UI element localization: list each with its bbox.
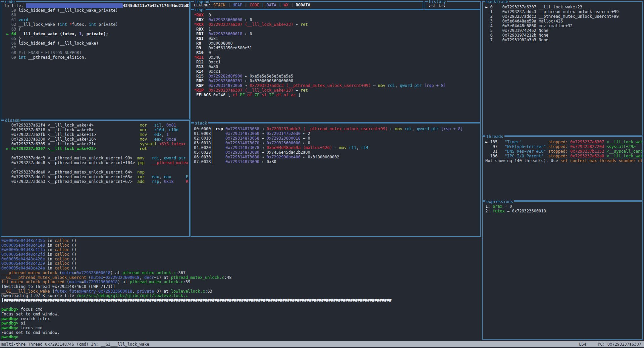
registers-panel-title: regs (194, 7, 206, 12)
code-line: ► 64 lll_futex_wake (futex, 1, private); (4, 32, 189, 36)
console-line: [#######################################… (1, 298, 481, 303)
console-line: 0x00005e04d48c435b in calloc () (1, 238, 481, 243)
disassembly-row: 0x7293237a6300 <__lll_lock_wake+16> mov … (4, 137, 189, 142)
status-bar: multi-thre Thread 0x7293148746 (cmd) In:… (0, 341, 644, 347)
stack-row: 04:0020│ 0x729314873078 → 0x5e04d48ae59a… (194, 145, 480, 150)
expressions-panel-title: expressions (485, 199, 514, 204)
console-line: pwndbg> (1, 335, 481, 339)
threads-panel-title: threads (485, 134, 504, 139)
code-lines: In file: 4845db211e7b42c7176f9be21b8301e… (1, 2, 189, 119)
register-row: R13 0x80 (194, 64, 480, 69)
disassembly-rows: 0x7293237a62f4 <__lll_lock_wake+4> xor s… (1, 121, 189, 236)
disassembly-row: 0x7293237a62fb <__lll_lock_wake+11> mov … (4, 132, 189, 137)
register-rows: *RAX 0 RBX 0x729323600000 ← 0*RCX 0x7293… (191, 10, 480, 122)
console-line: Focus set to cmd window. (1, 312, 481, 316)
status-thread-info: multi-thre Thread 0x7293148746 (cmd) In:… (1, 342, 149, 347)
register-row: R15 0x729282d8f900 ← 0xe5e5e5e5e5e5e5e5 (194, 74, 480, 79)
stack-panel-title: stack (194, 121, 208, 126)
console-line: __GI___pthread_mutex_unlock_usercnt (mut… (1, 275, 481, 280)
stack-row: 06:0030│ 0x729314873088 → 0x7292990be400… (194, 155, 480, 159)
thread-row: 31 "DNS Res~ver #16" stopped: 0x7293237b… (485, 149, 642, 154)
code-panel-title: code (4, 0, 16, 4)
code-line: 62 __lll_lock_wake (int *futex, int priv… (4, 22, 189, 27)
status-line-indicator: L64 (579, 342, 586, 347)
backtrace-rows: ► 0 0x7293237a6307 __lll_lock_wake+23 1 … (483, 2, 642, 135)
threads-panel: threads ► 135 "Timer" stopped: 0x7293237… (482, 136, 643, 201)
console-line: 0x00005e04d48c41e8 in calloc () (1, 243, 481, 248)
console-line: Focus set to cmd window. (1, 330, 481, 335)
console-line: 0x00005e04d48c424a in calloc () (1, 266, 481, 270)
expressions-panel: expressions 1: $rax = 02: futex = 0x7293… (482, 201, 643, 340)
register-row: RSI 0x81 (194, 36, 480, 41)
console-line: pwndbg> focus cmd (1, 326, 481, 330)
backtrace-frame-row: 1 0x7293237addc3 __pthread_mutex_unlock_… (485, 9, 642, 14)
register-row: R14 0xcc1 (194, 69, 480, 74)
disassembly-row: 0x7293237a62f8 <__lll_lock_wake+8> xor r… (4, 128, 189, 132)
stack-panel: stack 00:0000│ rsp 0x729314873058 → 0x72… (191, 123, 481, 237)
register-row: R8 0x80008000 (194, 41, 480, 46)
register-row: RBX 0x729323600000 ← 0 (194, 17, 480, 22)
console-line: Downloading 1.97 K source file /usr/src/… (1, 293, 481, 298)
stack-rows: 00:0000│ rsp 0x729314873058 → 0x7293237a… (191, 123, 480, 236)
code-line: 59 libc_hidden_def (__lll_lock_wake_priv… (4, 8, 189, 13)
backtrace-frame-row: 6 0x72931974212b None (485, 33, 642, 38)
disassembly-row: 0x7293237addc3 <__pthread_mutex_unlock_u… (4, 156, 189, 160)
register-row: R9 0x2d561850ed580e51 (194, 46, 480, 50)
register-row: RDX 1 (194, 27, 480, 32)
backtrace-frame-row: 4 0x5e04d48c6860 moz_xmalloc+32 (485, 23, 642, 28)
disassembly-row: 0x7293237adda3 <__pthread_mutex_unlock_u… (4, 179, 189, 184)
stack-row: 01:0008│ 0x729314873060 → 0x729314752ed0… (194, 131, 480, 136)
disassembly-panel: disasm 0x7293237a62f4 <__lll_lock_wake+4… (1, 120, 190, 237)
stack-row: 05:0028│ 0x729314873080 ← 0x7456e45da42b… (194, 150, 480, 155)
register-row: RSP 0x729314873058 → 0x7293237addc3 (__p… (194, 83, 480, 88)
thread-row: Not showing 140 thread(s). Use set conte… (485, 158, 642, 163)
code-line: 61 void (4, 17, 189, 22)
thread-row: 97 "WrGlyph~terizer" stopped: 0x72932382… (485, 144, 642, 149)
register-row: *R11 0x346 (194, 55, 480, 60)
history-panel: history [←][→] (425, 1, 481, 9)
disassembly-row: 0x7293237adda1 <__pthread_mutex_unlock_u… (4, 175, 189, 179)
console-line: 0x00005e04d48c4239 in calloc () (1, 261, 481, 266)
register-row: *RIP 0x7293237a6307 (__lll_lock_wake+23)… (194, 88, 480, 93)
status-pc: PC: 0x7293237a6307 (598, 342, 641, 347)
console-line: lll_mutex_unlock_optimized (mutex=0x7293… (1, 280, 481, 284)
thread-row: 136 "IPC I/O Parent" stopped: 0x7293237a… (485, 154, 642, 158)
stack-row: 07:0038│ 0x729314873090 ← 0x80 (194, 159, 480, 164)
backtrace-frame-row: ► 0 0x7293237a6307 __lll_lock_wake+23 (485, 5, 642, 9)
backtrace-panel: backtrace ► 0 0x7293237a6307 __lll_lock_… (482, 1, 643, 136)
console-line: ___pthread_mutex_unlock (mutex=0x7293236… (1, 270, 481, 275)
console-line: [Switching to Thread 0x7293148746c0 (LWP… (1, 284, 481, 289)
disassembly-row: 0x7293237adda0 <__pthread_mutex_unlock_u… (4, 170, 189, 175)
code-panel: code In file: 4845db211e7b42c7176f9be21b… (1, 1, 190, 119)
legend-line: LEGEND: STACK | HEAP | CODE | DATA | WX … (191, 2, 423, 9)
disassembly-row: 0x7293237addc8 <__pthread_mutex_unlock_u… (4, 160, 189, 165)
disassembly-row: ↓ (4, 151, 189, 156)
register-row: *RCX 0x7293237a6307 (__lll_lock_wake+23)… (194, 22, 480, 27)
console-line (1, 303, 481, 307)
legend-entries: LEGEND: STACK | HEAP | CODE | DATA | WX … (194, 3, 423, 7)
register-row: *RAX 0 (194, 13, 480, 17)
thread-row: ► 135 "Timer" stopped: 0x7293237a6307 <_… (485, 140, 642, 144)
console-line: 0x00005e04d48c420e in calloc () (1, 257, 481, 261)
backtrace-frame-row: 3 0x5e04d48ae59a malloc+426 (485, 19, 642, 23)
registers-panel: regs *RAX 0 RBX 0x729323600000 ← 0*RCX 0… (191, 9, 481, 123)
command-console[interactable]: 0x00005e04d48c435b in calloc ()0x00005e0… (1, 238, 481, 340)
thread-rows: ► 135 "Timer" stopped: 0x7293237a6307 <_… (483, 137, 642, 200)
backtrace-panel-title: backtrace (485, 0, 509, 4)
register-row: EFLAGS 0x246 [ cf PF af ZF sf IF df of a… (194, 93, 480, 97)
console-line: pwndbg> focus cmd (1, 307, 481, 312)
code-line: 69 int __pthread_force_elision; (4, 55, 189, 60)
backtrace-frame-row: 5 0x729319742462 None (485, 28, 642, 33)
register-row: R10 0 (194, 50, 480, 55)
code-line: 66 libc_hidden_def (__lll_lock_wake) (4, 41, 189, 46)
register-row: RDI 0x729323600018 ← 0 (194, 32, 480, 36)
expression-row: 1: $rax = 0 (485, 204, 642, 209)
code-line: 60 (4, 13, 189, 17)
code-line: In file: 4845db211e7b42c7176f9be21b8301e… (4, 3, 189, 8)
code-line: 67 (4, 46, 189, 50)
stack-row: 00:0000│ rsp 0x729314873058 → 0x7293237a… (194, 127, 480, 131)
code-line: 65 } (4, 36, 189, 41)
stack-row: 03:0018│ 0x729314873070 → 0x729323600000… (194, 141, 480, 145)
console-line: 0x00005e04d48c41fa in calloc () (1, 247, 481, 252)
disassembly-row: ↓ (4, 165, 189, 170)
